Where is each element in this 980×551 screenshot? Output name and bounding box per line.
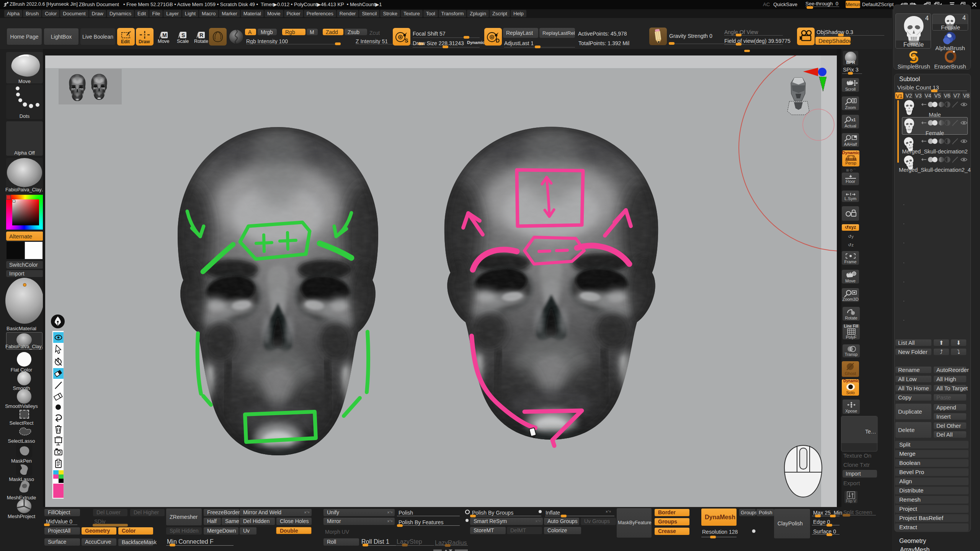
svg-text:R: R [199,32,203,38]
svg-text:x1: x1 [851,117,856,122]
svg-text:Move: Move [158,39,170,43]
svg-text:Rotate: Rotate [194,39,208,43]
svg-text:Scale: Scale [177,39,189,43]
svg-text:Draw: Draw [139,39,150,44]
svg-text:S: S [181,32,185,38]
svg-text:D: D [496,37,500,44]
svg-text:Edit: Edit [121,39,130,44]
svg-text:S: S [405,37,408,44]
svg-text:M: M [162,32,167,38]
